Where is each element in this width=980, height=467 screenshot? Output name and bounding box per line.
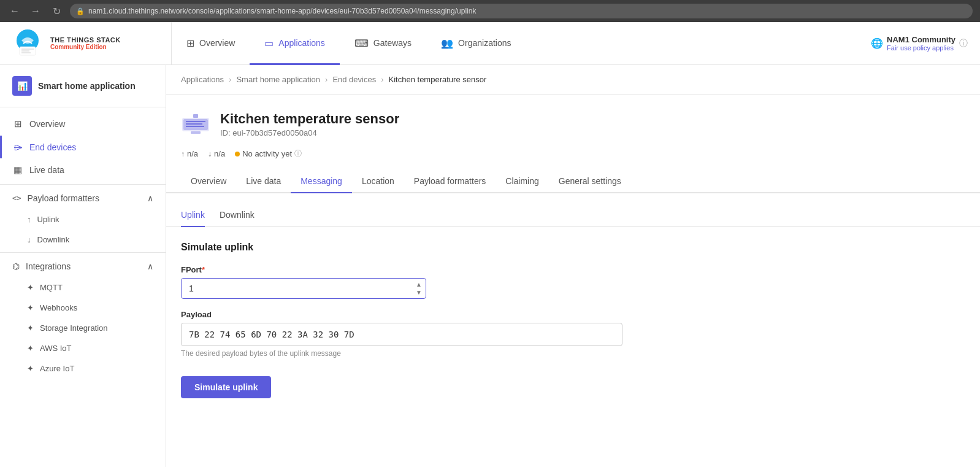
spinner-buttons: ▲ ▼ xyxy=(414,281,424,296)
payload-label: Payload xyxy=(181,310,965,319)
brand-edition: Community Edition xyxy=(50,44,121,50)
breadcrumb-current: Kitchen temperature sensor xyxy=(389,75,487,84)
tab-claiming[interactable]: Claiming xyxy=(496,170,548,193)
lock-icon: 🔒 xyxy=(76,7,85,15)
tab-location[interactable]: Location xyxy=(352,170,404,193)
device-id-value: eui-70b3d57ed0050a04 xyxy=(232,128,316,137)
url-bar[interactable]: 🔒 nam1.cloud.thethings.network/console/a… xyxy=(70,4,973,18)
ttn-logo xyxy=(12,28,43,59)
payload-hint: The desired payload bytes of the uplink … xyxy=(181,349,965,358)
sidebar-end-devices-label: End devices xyxy=(29,142,76,152)
sidebar-item-end-devices[interactable]: ⌲ End devices xyxy=(0,136,166,158)
messaging-tabs: Uplink Downlink xyxy=(166,203,980,227)
uplink-arrow: ↑ xyxy=(181,150,185,158)
tab-general-settings[interactable]: General settings xyxy=(549,170,631,193)
simulate-uplink-button[interactable]: Simulate uplink xyxy=(181,376,271,398)
sidebar-item-storage-integration[interactable]: ✦ Storage Integration xyxy=(0,318,166,338)
globe-icon: 🌐 xyxy=(871,37,883,49)
back-button[interactable]: ← xyxy=(7,4,22,18)
svg-rect-6 xyxy=(183,119,208,130)
breadcrumb-sep-3: › xyxy=(381,75,383,84)
msg-tab-uplink-label: Uplink xyxy=(181,210,205,220)
sidebar-overview-label: Overview xyxy=(29,119,65,129)
sidebar-divider-2 xyxy=(0,252,166,253)
downlink-value: n/a xyxy=(214,149,225,158)
forward-button[interactable]: → xyxy=(28,4,43,18)
nav-organizations[interactable]: 👥 Organizations xyxy=(426,23,526,65)
sidebar-item-mqtt[interactable]: ✦ MQTT xyxy=(0,277,166,298)
sidebar-aws-label: AWS IoT xyxy=(40,344,72,353)
device-tabs: Overview Live data Messaging Location Pa… xyxy=(166,169,980,193)
app-icon: 📊 xyxy=(12,76,32,96)
reload-button[interactable]: ↻ xyxy=(49,4,64,18)
top-nav: THE THINGS STACK Community Edition ⊞ Ove… xyxy=(0,22,980,65)
sidebar-azure-label: Azure IoT xyxy=(40,364,74,373)
downlink-arrow: ↓ xyxy=(208,150,212,158)
nav-overview-label: Overview xyxy=(199,38,235,48)
msg-tab-downlink[interactable]: Downlink xyxy=(220,204,255,227)
sidebar-item-webhooks[interactable]: ✦ Webhooks xyxy=(0,298,166,318)
tab-live-data[interactable]: Live data xyxy=(236,170,291,193)
app-icon-symbol: 📊 xyxy=(17,81,28,91)
uplink-value: n/a xyxy=(187,149,198,158)
aws-icon: ✦ xyxy=(27,344,34,353)
sidebar-item-uplink[interactable]: ↑ Uplink xyxy=(0,209,166,230)
msg-tab-uplink[interactable]: Uplink xyxy=(181,204,205,227)
tab-general-settings-label: General settings xyxy=(559,176,621,186)
breadcrumb-smart-home[interactable]: Smart home application xyxy=(236,75,320,84)
svg-rect-10 xyxy=(191,131,201,134)
tab-overview[interactable]: Overview xyxy=(181,170,236,193)
breadcrumb-applications[interactable]: Applications xyxy=(181,75,224,84)
sidebar-live-data-label: Live data xyxy=(29,165,64,175)
sidebar-item-live-data[interactable]: ▦ Live data xyxy=(0,158,166,182)
tab-messaging[interactable]: Messaging xyxy=(291,170,352,193)
payload-formatters-label: Payload formatters xyxy=(27,193,99,203)
sidebar-payload-formatters[interactable]: <> Payload formatters ∧ xyxy=(0,187,166,209)
activity-help-icon[interactable]: ⓘ xyxy=(294,149,302,159)
main-nav: ⊞ Overview ▭ Applications ⌨ Gateways 👥 O… xyxy=(172,22,859,64)
webhooks-icon: ✦ xyxy=(27,303,34,312)
sidebar-item-overview[interactable]: ⊞ Overview xyxy=(0,112,166,136)
sidebar-storage-label: Storage Integration xyxy=(40,323,108,333)
spinner-down-button[interactable]: ▼ xyxy=(414,289,424,296)
breadcrumb-end-devices[interactable]: End devices xyxy=(332,75,376,84)
sidebar-integrations[interactable]: ⌬ Integrations ∧ xyxy=(0,255,166,277)
meta-activity: No activity yet ⓘ xyxy=(235,149,302,159)
tab-payload-formatters[interactable]: Payload formatters xyxy=(404,170,496,193)
sidebar-item-aws-iot[interactable]: ✦ AWS IoT xyxy=(0,338,166,358)
uplink-arrow-icon: ↑ xyxy=(27,215,31,224)
chevron-up-icon: ∧ xyxy=(147,193,153,203)
sidebar-item-downlink[interactable]: ↓ Downlink xyxy=(0,230,166,250)
storage-icon: ✦ xyxy=(27,323,34,333)
sidebar-mqtt-label: MQTT xyxy=(40,283,63,292)
help-circle-icon: ⓘ xyxy=(959,38,968,49)
required-star: * xyxy=(202,265,205,274)
sidebar: 📊 Smart home application ⊞ Overview ⌲ En… xyxy=(0,65,166,467)
payload-formatters-icon: <> xyxy=(12,194,21,203)
sidebar-app-header[interactable]: 📊 Smart home application xyxy=(0,65,166,107)
end-devices-icon: ⌲ xyxy=(12,142,23,152)
nav-right: 🌐 NAM1 Community Fair use policy applies… xyxy=(859,22,980,64)
meta-uplink: ↑ n/a xyxy=(181,149,198,158)
community-name: NAM1 Community xyxy=(887,35,955,44)
activity-dot xyxy=(235,152,240,156)
spinner-up-button[interactable]: ▲ xyxy=(414,281,424,288)
sidebar-item-azure-iot[interactable]: ✦ Azure IoT xyxy=(0,358,166,379)
organizations-icon: 👥 xyxy=(441,37,453,49)
integrations-label: Integrations xyxy=(26,261,71,271)
nav-gateways[interactable]: ⌨ Gateways xyxy=(340,23,426,65)
payload-input[interactable] xyxy=(181,323,622,346)
sidebar-nav: ⊞ Overview ⌲ End devices ▦ Live data <> … xyxy=(0,107,166,384)
activity-label: No activity yet xyxy=(242,149,292,158)
breadcrumb: Applications › Smart home application › … xyxy=(166,65,980,95)
nav-applications[interactable]: ▭ Applications xyxy=(250,23,340,65)
sidebar-webhooks-label: Webhooks xyxy=(40,303,77,312)
chevron-up-icon-2: ∧ xyxy=(147,261,153,271)
tab-location-label: Location xyxy=(362,176,394,186)
nav-overview[interactable]: ⊞ Overview xyxy=(172,23,250,65)
applications-icon: ▭ xyxy=(264,37,274,49)
tab-live-data-label: Live data xyxy=(246,176,281,186)
fport-input-wrap: ▲ ▼ xyxy=(181,278,426,299)
sidebar-uplink-label: Uplink xyxy=(37,215,59,224)
fport-input[interactable] xyxy=(181,278,426,299)
